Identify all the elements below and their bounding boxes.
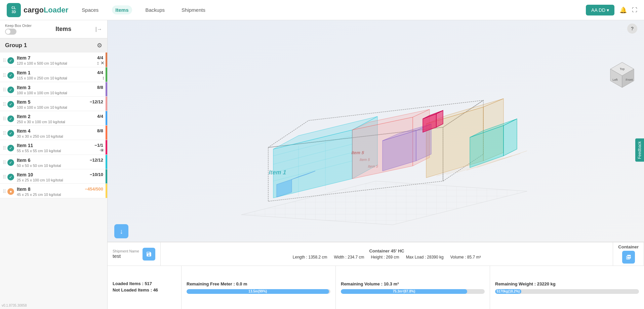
drag-handle-icon[interactable]: ⠿ xyxy=(3,87,6,93)
svg-text:Item 5: Item 5 xyxy=(359,158,371,162)
svg-text:Left: Left xyxy=(612,78,618,81)
drag-handle-icon[interactable]: ⠿ xyxy=(3,58,6,63)
feedback-tab[interactable]: Feedback xyxy=(635,139,644,162)
list-item[interactable]: ⠿ ✓ Item 6 50 x 50 x 50 cm 10 kg/total −… xyxy=(0,155,107,169)
item-count: −10/10 xyxy=(90,172,103,177)
item-dims: 25 x 25 x 100 cm 10 kg/total xyxy=(17,178,63,182)
item-dims: 50 x 50 x 50 cm 10 kg/total xyxy=(17,164,61,168)
list-item[interactable]: ⠿ ✓ Item 10 25 x 25 x 100 cm 10 kg/total… xyxy=(0,169,107,184)
item-count: −454/500 xyxy=(85,186,103,192)
item-color-bar xyxy=(106,67,107,82)
item-check-icon: ● xyxy=(7,188,14,195)
item-name: Item 5 xyxy=(17,99,90,105)
item-name: Item 3 xyxy=(17,85,97,90)
drag-handle-icon[interactable]: ⠿ xyxy=(3,174,6,180)
item-info: Item 3 100 x 100 x 100 cm 10 kg/total 8/… xyxy=(17,85,105,95)
item-info: Item 7 120 x 100 x 500 cm 10 kg/total 4/… xyxy=(17,55,105,66)
item-color-bar xyxy=(106,126,107,140)
item-color-bar xyxy=(106,184,107,198)
container-height: Height : 269 cm xyxy=(371,255,399,260)
nav-shipments[interactable]: Shipments xyxy=(178,5,209,14)
remaining-volume-block: Remaining Volume : 10.3 m³ 75.3m³(87.8%) xyxy=(336,266,490,309)
svg-text:Top: Top xyxy=(620,67,625,71)
drag-handle-icon[interactable]: ⠿ xyxy=(3,73,6,78)
list-item[interactable]: ⠿ ✓ Item 11 55 x 55 x 55 cm 10 kg/total … xyxy=(0,140,107,155)
scene-3d: Item 1 Item 5 Item 5 Item 5 xyxy=(225,87,527,228)
scroll-down-button[interactable]: ↓ xyxy=(114,224,128,238)
drag-handle-icon[interactable]: ⠿ xyxy=(3,160,6,165)
list-item[interactable]: ⠿ ✓ Item 3 100 x 100 x 100 cm 10 kg/tota… xyxy=(0,82,107,97)
item-check-icon: ✓ xyxy=(7,115,14,122)
loaded-items-block: Loaded Items : 517 Not Loaded Items : 46 xyxy=(108,266,182,309)
shipment-name-label: Shipment Name xyxy=(113,249,139,253)
item-info: Item 5 100 x 100 x 100 cm 10 kg/total −1… xyxy=(17,99,105,109)
container-maxload: Max Load : 28390 kg xyxy=(406,255,444,260)
item-check-icon: ✓ xyxy=(7,101,14,108)
nav-items[interactable]: Items xyxy=(112,5,132,14)
group-header: Group 1 ⚙ xyxy=(0,38,107,53)
logo-area: CL3D cargoLoader xyxy=(7,3,68,17)
item-info: Item 2 250 x 30 x 100 cm 10 kg/total 4/4 xyxy=(17,114,105,124)
list-item[interactable]: ⠿ ✓ Item 7 120 x 100 x 500 cm 10 kg/tota… xyxy=(0,53,107,67)
item-name: Item 11 xyxy=(17,143,94,148)
remaining-volume-label: Remaining Volume : 10.3 m³ xyxy=(341,281,485,286)
drag-handle-icon[interactable]: ⠿ xyxy=(3,116,6,122)
item-count: 4/4 xyxy=(97,55,103,60)
item-count: −12/12 xyxy=(90,99,103,104)
notifications-icon[interactable]: 🔔 xyxy=(619,6,627,14)
free-meter-block: Remaining Free Meter : 0.0 m 13.5m(99%) xyxy=(182,266,336,309)
logo-loader: Loader xyxy=(44,6,68,14)
save-button[interactable] xyxy=(143,248,155,261)
item-info: Item 6 50 x 50 x 50 cm 10 kg/total −12/1… xyxy=(17,158,105,168)
item-info: Item 1 115 x 100 x 250 cm 10 kg/total 4/… xyxy=(17,70,105,80)
sidebar-collapse-button[interactable]: |→ xyxy=(95,26,102,32)
item-count: −12/12 xyxy=(90,158,103,163)
item-check-icon: ✓ xyxy=(7,145,14,151)
item-color-bar xyxy=(106,111,107,125)
logo-text: cargoLoader xyxy=(24,6,68,14)
header: CL3D cargoLoader Spaces Items Backups Sh… xyxy=(0,0,644,20)
orientation-cube[interactable]: Top Left Front xyxy=(607,61,637,91)
bottom-panel-bottom: Loaded Items : 517 Not Loaded Items : 46… xyxy=(108,266,644,309)
list-item[interactable]: ⠿ ✓ Item 2 250 x 30 x 100 cm 10 kg/total… xyxy=(0,111,107,126)
group-settings-icon[interactable]: ⚙ xyxy=(97,42,102,49)
item-check-icon: ✓ xyxy=(7,130,14,137)
arrows-icon[interactable]: ↕ xyxy=(102,75,105,80)
drag-handle-icon[interactable]: ⠿ xyxy=(3,145,6,151)
help-button[interactable]: ? xyxy=(627,24,637,34)
nav-backups[interactable]: Backups xyxy=(142,5,168,14)
user-menu-button[interactable]: AA DD ▾ xyxy=(586,5,614,15)
item-name: Item 10 xyxy=(17,172,90,177)
item-count: −1/1 xyxy=(94,143,103,148)
list-item[interactable]: ⠿ ✓ Item 4 30 x 30 x 250 cm 10 kg/total … xyxy=(0,126,107,140)
item-name: Item 6 xyxy=(17,158,90,163)
keep-box-order-toggle[interactable] xyxy=(5,29,16,35)
fullscreen-icon[interactable]: ⛶ xyxy=(632,7,637,13)
remaining-volume-bar: 75.3m³(87.8%) xyxy=(341,289,485,294)
list-item[interactable]: ⠿ ✓ Item 5 100 x 100 x 100 cm 10 kg/tota… xyxy=(0,97,107,111)
list-item[interactable]: ⠿ ✓ Item 1 115 x 100 x 250 cm 10 kg/tota… xyxy=(0,67,107,82)
drag-handle-icon[interactable]: ⠿ xyxy=(3,189,6,194)
drag-handle-icon[interactable]: ⠿ xyxy=(3,102,6,107)
pdf-export-button[interactable] xyxy=(622,251,635,264)
not-loaded-items-label: Not Loaded Items : 46 xyxy=(113,287,176,293)
item-name: Item 4 xyxy=(17,128,97,134)
list-item[interactable]: ⠿ ● Item 8 45 x 25 x 25 cm 10 kg/total −… xyxy=(0,184,107,198)
container-width: Width : 234.7 cm xyxy=(334,255,364,260)
shipment-name-value: test xyxy=(113,253,139,259)
item-dims: 250 x 30 x 100 cm 10 kg/total xyxy=(17,120,65,124)
item-color-bar xyxy=(106,82,107,96)
item-check-icon: ✓ xyxy=(7,57,14,64)
arrows-icon[interactable]: ↕ xyxy=(97,60,99,66)
item-dims: 55 x 55 x 55 cm 10 kg/total xyxy=(17,149,61,153)
item-actions: ↕ xyxy=(102,75,105,80)
drag-handle-icon[interactable]: ⠿ xyxy=(3,131,6,136)
item-color-bar xyxy=(106,53,107,67)
remaining-volume-bar-fill: 75.3m³(87.8%) xyxy=(341,289,467,294)
no-rotate-icon[interactable]: ✕ xyxy=(100,60,105,66)
item-actions: ↕ ✕ xyxy=(97,60,105,66)
eye-icon[interactable]: 👁 xyxy=(100,148,105,153)
group-title: Group 1 xyxy=(5,42,27,49)
logo-cargo: cargo xyxy=(24,6,44,14)
nav-spaces[interactable]: Spaces xyxy=(78,5,102,14)
